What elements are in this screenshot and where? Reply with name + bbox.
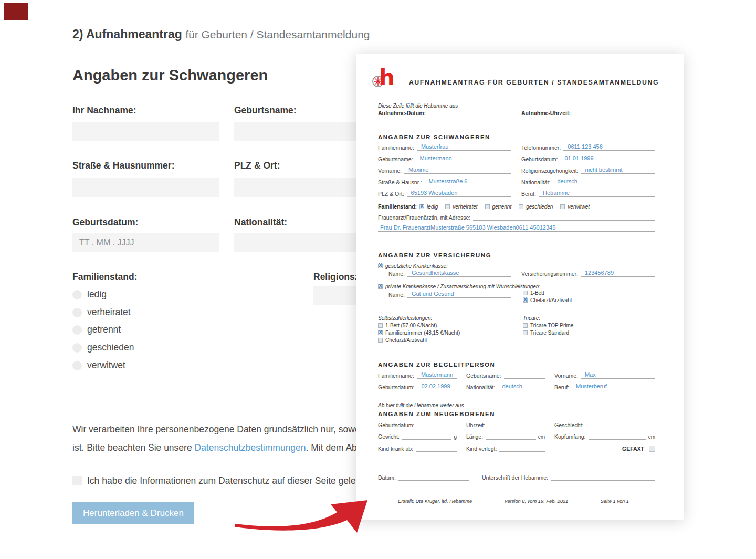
field-value: Mustermann [417, 371, 457, 379]
footer-erstellt: Erstellt: Uta Krüger, ltd. Hebamme [398, 499, 472, 504]
field-value: 01.01.1999 [560, 155, 655, 162]
frauenarzt-value: Frau Dr. FrauenarztMusterstraße 565183 W… [378, 224, 655, 232]
unit-label: g [452, 434, 457, 440]
privat-name-row: Name:Gut und Gesund [388, 291, 511, 298]
checkbox-label: geschieden [526, 204, 553, 210]
frauenarzt-line [473, 214, 655, 221]
checkbox-tricare-top [523, 323, 528, 328]
field-value: 0611 123 456 [563, 143, 655, 151]
doc-frauenarzt-row: Frauenarzt/Frauenärztin, mit Adresse: [378, 214, 655, 221]
checkbox-familienzimmer [378, 330, 383, 335]
field-value: Musterstraße 6 [424, 178, 511, 185]
aufnahme-datum-line [428, 110, 511, 116]
field-value: Mustermann [416, 155, 511, 162]
red-marker [4, 3, 28, 20]
doc-sec-neugeborenes: ANGABEN ZUM NEUGEBORENEN [378, 411, 495, 417]
gesetzlich-label: gesetzliche Krankenkasse: [385, 263, 448, 269]
field-label: Nationalität: [521, 179, 553, 185]
consent-checkbox[interactable] [72, 476, 82, 485]
page-title-rest: für Geburten / Standesamtanmeldung [185, 28, 370, 40]
download-print-button[interactable]: Herunterladen & Drucken [72, 502, 194, 524]
checkbox-label: ledig [427, 204, 438, 210]
checkbox-label: Tricare Standard [530, 330, 569, 336]
versicherungsnummer-row: Versicherungsnummer:123456789 [521, 270, 655, 277]
radio-row-getrennt[interactable]: getrennt [72, 324, 121, 335]
begleit-row1: Familienname:Mustermann Geburtsname: Vor… [378, 371, 655, 379]
nachname-input[interactable] [72, 122, 219, 141]
field-label: Geburtsdatum: [521, 156, 560, 162]
familienstand-label: Familienstand: [72, 272, 138, 283]
field-label: Kopfumfang: [554, 433, 589, 440]
field-label: Vorname: [378, 168, 404, 174]
page-title: 2) Aufnahmeantrag für Geburten / Standes… [72, 27, 370, 42]
unit-label: cm [646, 434, 655, 440]
selbstzahler-option: 1-Bett (57,00 €/Nacht) [378, 323, 437, 328]
radio-getrennt[interactable] [72, 325, 82, 335]
selbstzahler-option: Familienzimmer (48,15 €/Nacht) [378, 330, 460, 336]
field-label: Geburtsname: [466, 372, 504, 379]
checkbox-gesetzlich [378, 264, 383, 268]
privat-label: private Krankenkasse / Zusatzversicherun… [385, 284, 540, 289]
field-value: Musterberuf [572, 383, 655, 390]
radio-row-geschieden[interactable]: geschieden [72, 342, 134, 353]
checkbox-1bett [523, 291, 528, 295]
checkbox-label: Tricare TOP Prime [530, 323, 573, 328]
doc-title: AUFNAHMEANTRAG FÜR GEBURTEN / STANDESAMT… [407, 79, 660, 86]
field-label: Uhrzeit: [466, 422, 488, 428]
privat-name-value: Gut und Gesund [407, 291, 511, 298]
hebammen-logo: h [372, 67, 401, 94]
field-value: Musterfrau [417, 143, 511, 151]
field-line [486, 433, 536, 440]
field-line [417, 422, 457, 428]
nationalitaet-label: Nationalität: [234, 217, 287, 228]
radio-ledig[interactable] [72, 290, 82, 299]
strasse-input[interactable] [72, 178, 219, 197]
field-label: Vorname: [554, 372, 581, 379]
name-label: Name: [388, 292, 407, 298]
radio-geschieden[interactable] [72, 343, 82, 353]
page-title-strong: 2) Aufnahmeantrag [72, 27, 182, 41]
consent-label: Ich habe die Informationen zum Datenschu… [87, 475, 379, 486]
radio-verheiratet[interactable] [72, 308, 82, 317]
field-label: Beruf: [521, 191, 539, 197]
frauenarzt-label: Frauenarzt/Frauenärztin, mit Adresse: [378, 214, 473, 221]
tricare-label: Tricare: [523, 315, 540, 321]
radio-verwitwet[interactable] [72, 361, 82, 370]
field-value: deutsch [553, 178, 655, 185]
field-value: 02.02.1999 [417, 383, 457, 390]
gesetzlich-name-row: Name:Gesundheitskasse [388, 270, 511, 277]
field-label: Kind verlegt: [466, 446, 499, 452]
field-line [499, 446, 545, 452]
checkbox-label: Chefarzt/Arztwahl [385, 337, 427, 343]
radio-ledig-label: ledig [87, 289, 107, 300]
neugeb-row3: Kind krank ab: Kind verlegt: GEFAXT [378, 446, 655, 452]
strasse-label: Straße & Hausnummer: [72, 160, 175, 171]
field-value: deutsch [498, 383, 545, 390]
doc-field-row: Familienname:Musterfrau Telefonnummer:06… [378, 143, 655, 151]
geburtsname-label: Geburtsname: [234, 105, 297, 116]
versicherungsnummer-value: 123456789 [581, 270, 655, 277]
datum-line [398, 474, 469, 481]
radio-row-verheiratet[interactable]: verheiratet [72, 307, 131, 318]
radio-row-verwitwet[interactable]: verwitwet [72, 360, 125, 371]
red-arrow-icon [223, 493, 375, 545]
datenschutz-link[interactable]: Datenschutzbestimmungen [195, 442, 306, 453]
checkbox-label: 1-Bett [530, 290, 544, 296]
field-label: Familienname: [378, 144, 417, 151]
nachname-label: Ihr Nachname: [72, 105, 136, 116]
doc-hebamme-note: Diese Zeile füllt die Hebamme aus [378, 103, 458, 109]
footer-seite: Seite 1 von 1 [601, 499, 629, 504]
field-label: PLZ & Ort: [378, 191, 407, 197]
form-section-title: Angaben zur Schwangeren [72, 67, 268, 84]
checkbox-tricare-standard [523, 330, 528, 335]
checkbox-label: 1-Bett (57,00 €/Nacht) [385, 323, 437, 328]
radio-row-ledig[interactable]: ledig [72, 289, 107, 300]
doc-sec-versicherung: ANGABEN ZUR VERSICHERUNG [378, 252, 491, 258]
privacy-line1: Wir verarbeiten Ihre personenbezogene Da… [72, 424, 380, 434]
field-label: Geburtsdatum: [378, 422, 417, 428]
checkbox-label: getrennt [492, 204, 512, 210]
geburtsdatum-input[interactable] [72, 233, 219, 252]
form-preview-document: h AUFNAHMEANTRAG FÜR GEBURTEN / STANDESA… [356, 54, 684, 520]
field-line [402, 433, 452, 440]
checkbox-label: Familienzimmer (48,15 €/Nacht) [385, 330, 460, 336]
